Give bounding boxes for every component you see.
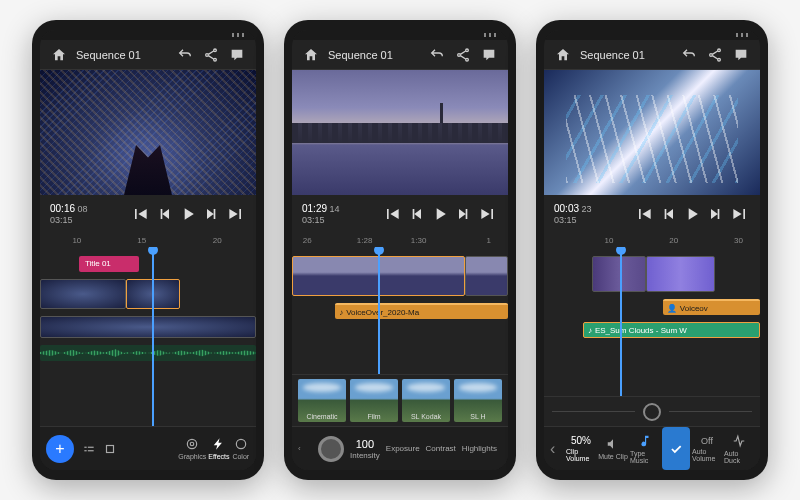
step-fwd-icon[interactable] bbox=[454, 204, 474, 224]
chevron-left-icon[interactable]: ‹ bbox=[298, 444, 312, 453]
check-button[interactable] bbox=[662, 427, 690, 470]
mic-icon: 👤 bbox=[667, 304, 677, 313]
intensity-knob[interactable] bbox=[318, 436, 344, 462]
skip-end-icon[interactable] bbox=[226, 204, 246, 224]
add-button[interactable]: + bbox=[46, 435, 74, 463]
step-back-icon[interactable] bbox=[658, 204, 678, 224]
video-preview[interactable] bbox=[40, 70, 256, 195]
audio-clip[interactable] bbox=[40, 345, 256, 361]
svg-rect-7 bbox=[106, 445, 113, 452]
step-back-icon[interactable] bbox=[406, 204, 426, 224]
svg-point-8 bbox=[188, 439, 197, 448]
preset-film[interactable]: Film bbox=[350, 379, 398, 422]
svg-rect-5 bbox=[88, 446, 94, 447]
mute-clip-button[interactable]: Mute Clip bbox=[598, 427, 628, 470]
title-clip[interactable]: Title 01 bbox=[79, 256, 139, 272]
preset-sl-kodak[interactable]: SL Kodak bbox=[402, 379, 450, 422]
status-bar bbox=[544, 30, 760, 40]
contrast-param[interactable]: Contrast bbox=[426, 444, 456, 453]
timeline[interactable]: Title 01 bbox=[40, 247, 256, 426]
screen: Sequence 01 01:29 14 03:15 26 1:28 1:30 … bbox=[292, 30, 508, 470]
status-bar bbox=[292, 30, 508, 40]
voiceover-clip[interactable]: ♪VoiceOver_2020-Ma bbox=[335, 303, 508, 319]
effects-button[interactable]: Effects bbox=[208, 427, 229, 470]
clip-volume-button[interactable]: 50%Clip Volume bbox=[566, 427, 596, 470]
skip-end-icon[interactable] bbox=[730, 204, 750, 224]
bottom-toolbar: ‹ 50%Clip Volume Mute Clip Type Music Of… bbox=[544, 426, 760, 470]
top-bar: Sequence 01 bbox=[292, 40, 508, 70]
share-icon[interactable] bbox=[706, 46, 724, 64]
voiceover-clip[interactable]: 👤Voiceov bbox=[663, 299, 760, 315]
auto-duck-button[interactable]: Auto Duck bbox=[724, 427, 754, 470]
exposure-param[interactable]: Exposure bbox=[386, 444, 420, 453]
home-icon[interactable] bbox=[302, 46, 320, 64]
svg-point-16 bbox=[718, 58, 721, 61]
skip-start-icon[interactable] bbox=[634, 204, 654, 224]
comment-icon[interactable] bbox=[480, 46, 498, 64]
edit-tool-icon[interactable] bbox=[80, 427, 98, 470]
timeline[interactable]: ♪VoiceOver_2020-Ma bbox=[292, 247, 508, 374]
share-icon[interactable] bbox=[202, 46, 220, 64]
timecode: 00:03 23 03:15 bbox=[554, 203, 592, 226]
playhead[interactable] bbox=[152, 247, 154, 426]
skip-start-icon[interactable] bbox=[382, 204, 402, 224]
play-icon[interactable] bbox=[430, 204, 450, 224]
svg-rect-3 bbox=[85, 446, 87, 447]
color-button[interactable]: Color bbox=[232, 427, 250, 470]
preset-cinematic[interactable]: Cinematic bbox=[298, 379, 346, 422]
preset-sl-h[interactable]: SL H bbox=[454, 379, 502, 422]
type-music-button[interactable]: Type Music bbox=[630, 427, 660, 470]
home-icon[interactable] bbox=[554, 46, 572, 64]
sequence-title: Sequence 01 bbox=[76, 49, 141, 61]
graphics-button[interactable]: Graphics bbox=[178, 427, 206, 470]
transport-bar: 01:29 14 03:15 bbox=[292, 195, 508, 233]
play-icon[interactable] bbox=[178, 204, 198, 224]
time-ruler[interactable]: 10 15 20 bbox=[40, 233, 256, 247]
intensity-param[interactable]: 100Intensity bbox=[350, 438, 380, 460]
skip-end-icon[interactable] bbox=[478, 204, 498, 224]
time-ruler[interactable]: 10 20 30 bbox=[544, 233, 760, 247]
music-clip[interactable]: ♪ES_Sum Clouds - Sum W bbox=[583, 322, 760, 338]
phone-mockup-1: Sequence 01 00:16 08 03:15 10 15 20 bbox=[32, 20, 264, 480]
skip-start-icon[interactable] bbox=[130, 204, 150, 224]
playhead[interactable] bbox=[620, 247, 622, 396]
chevron-left-icon[interactable]: ‹ bbox=[550, 440, 564, 458]
sequence-title: Sequence 01 bbox=[328, 49, 393, 61]
scrub-bar[interactable] bbox=[544, 396, 760, 426]
undo-icon[interactable] bbox=[176, 46, 194, 64]
svg-point-12 bbox=[458, 53, 461, 56]
svg-rect-6 bbox=[88, 450, 94, 451]
svg-point-0 bbox=[214, 49, 217, 52]
playhead[interactable] bbox=[378, 247, 380, 374]
video-clip-1[interactable] bbox=[40, 279, 126, 309]
video-clip[interactable] bbox=[465, 256, 508, 296]
play-icon[interactable] bbox=[682, 204, 702, 224]
step-fwd-icon[interactable] bbox=[202, 204, 222, 224]
highlights-param[interactable]: Highlights bbox=[462, 444, 497, 453]
svg-point-9 bbox=[191, 442, 195, 446]
step-back-icon[interactable] bbox=[154, 204, 174, 224]
video-clip-2[interactable] bbox=[646, 256, 715, 292]
scrub-handle[interactable] bbox=[643, 403, 661, 421]
undo-icon[interactable] bbox=[680, 46, 698, 64]
video-preview[interactable] bbox=[544, 70, 760, 195]
timeline[interactable]: 👤Voiceov ♪ES_Sum Clouds - Sum W bbox=[544, 247, 760, 396]
status-bar bbox=[40, 30, 256, 40]
share-icon[interactable] bbox=[454, 46, 472, 64]
comment-icon[interactable] bbox=[228, 46, 246, 64]
top-bar: Sequence 01 bbox=[40, 40, 256, 70]
preset-thumbnails: Cinematic Film SL Kodak SL H bbox=[292, 374, 508, 426]
video-preview[interactable] bbox=[292, 70, 508, 195]
auto-volume-button[interactable]: OffAuto Volume bbox=[692, 427, 722, 470]
time-ruler[interactable]: 26 1:28 1:30 1 bbox=[292, 233, 508, 247]
step-fwd-icon[interactable] bbox=[706, 204, 726, 224]
home-icon[interactable] bbox=[50, 46, 68, 64]
screen: Sequence 01 00:16 08 03:15 10 15 20 bbox=[40, 30, 256, 470]
svg-rect-4 bbox=[85, 450, 87, 451]
comment-icon[interactable] bbox=[732, 46, 750, 64]
video-clip-3[interactable] bbox=[40, 316, 256, 338]
video-clip-1[interactable] bbox=[592, 256, 646, 292]
crop-tool-icon[interactable] bbox=[100, 427, 118, 470]
music-note-icon: ♪ bbox=[339, 308, 343, 317]
undo-icon[interactable] bbox=[428, 46, 446, 64]
